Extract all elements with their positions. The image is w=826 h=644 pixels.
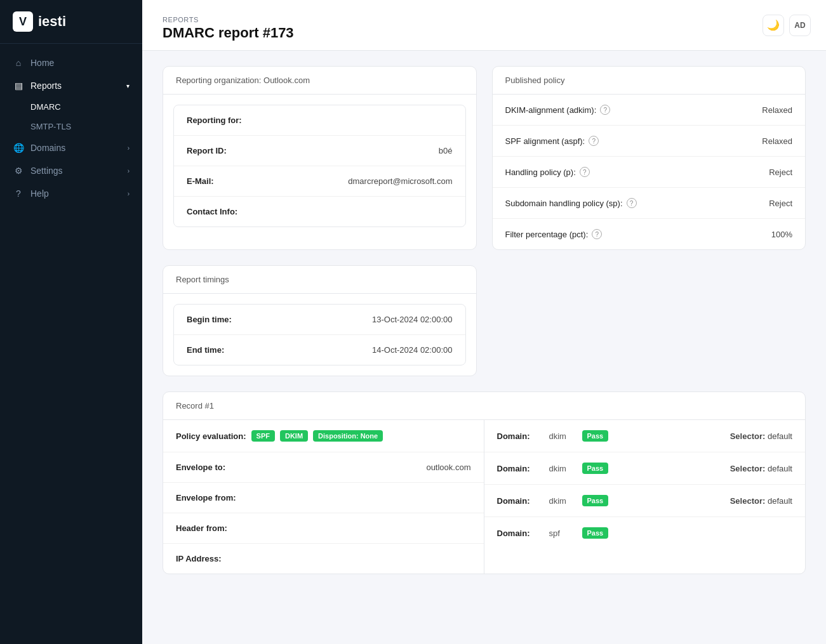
handling-policy-text: Handling policy (p):: [505, 168, 576, 177]
begin-time-value: 13-Oct-2024 02:00:00: [372, 315, 452, 324]
logo-icon: V: [13, 11, 33, 32]
page-title: DMARC report #173: [163, 25, 806, 50]
chevron-right-icon: ›: [128, 145, 130, 152]
subdomain-policy-value: Reject: [769, 199, 792, 208]
sidebar-item-domains-label: Domains: [30, 143, 65, 153]
reports-icon: ▤: [13, 81, 24, 91]
domain-row-3: Domain: spf Pass: [484, 517, 806, 549]
home-icon: ⌂: [13, 58, 24, 68]
sidebar-item-settings[interactable]: ⚙ Settings ›: [0, 159, 142, 182]
sidebar-nav: ⌂ Home ▤ Reports ▾ DMARC SMTP-TLS 🌐 Doma…: [0, 44, 142, 644]
report-timings-header: Report timings: [163, 266, 476, 294]
subdomain-help-icon[interactable]: ?: [627, 198, 637, 208]
domain-label-1: Domain:: [497, 464, 542, 473]
contact-row: Contact Info:: [174, 197, 465, 227]
sidebar-item-help[interactable]: ? Help ›: [0, 182, 142, 205]
theme-toggle-button[interactable]: 🌙: [763, 15, 784, 36]
reporting-org-header: Reporting organization: Outlook.com: [163, 67, 476, 95]
record-body: Policy evaluation: SPF DKIM Disposition:…: [163, 420, 805, 574]
end-time-row: End time: 14-Oct-2024 02:00:00: [174, 335, 465, 365]
filter-pct-value: 100%: [771, 230, 792, 239]
end-time-label: End time:: [187, 345, 224, 355]
sidebar-item-home-label: Home: [30, 58, 54, 68]
filter-pct-text: Filter percentage (pct):: [505, 230, 589, 239]
dkim-alignment-row: DKIM-alignment (adkim): ? Relaxed: [493, 95, 806, 126]
domain-label-2: Domain:: [497, 496, 542, 506]
domains-icon: 🌐: [13, 143, 24, 153]
filter-pct-row: Filter percentage (pct): ? 100%: [493, 219, 806, 249]
spf-help-icon[interactable]: ?: [589, 136, 599, 146]
report-id-label: Report ID:: [187, 146, 227, 155]
subdomain-policy-text: Subdomain handling policy (sp):: [505, 199, 623, 208]
policy-eval-row: Policy evaluation: SPF DKIM Disposition:…: [163, 420, 484, 452]
envelope-to-value: outlook.com: [426, 463, 470, 472]
main-content: 🌙 AD REPORTS DMARC report #173 Reporting…: [142, 0, 826, 644]
filter-pct-label: Filter percentage (pct): ?: [505, 229, 603, 239]
filter-help-icon[interactable]: ?: [592, 229, 602, 239]
sidebar-item-settings-label: Settings: [30, 166, 63, 176]
domain-type-3: spf: [549, 529, 575, 538]
domain-label-3: Domain:: [497, 529, 542, 538]
content-grid: Reporting organization: Outlook.com Repo…: [142, 51, 826, 589]
envelope-from-label: Envelope from:: [176, 493, 236, 503]
begin-time-label: Begin time:: [187, 315, 232, 324]
subdomain-policy-label: Subdomain handling policy (sp): ?: [505, 198, 637, 208]
help-icon: ?: [13, 188, 24, 199]
dkim-alignment-value: Relaxed: [762, 105, 792, 115]
sidebar-sub-dmarc[interactable]: DMARC: [0, 97, 142, 117]
reporting-org-card: Reporting organization: Outlook.com Repo…: [163, 66, 477, 250]
domain-row-0: Domain: dkim Pass Selector: default: [484, 420, 806, 452]
header-from-label: Header from:: [176, 523, 227, 533]
chevron-down-icon: ▾: [126, 82, 130, 89]
sidebar: V iesti ⌂ Home ▤ Reports ▾ DMARC SMTP-TL…: [0, 0, 142, 644]
ip-address-label: IP Address:: [176, 554, 222, 563]
chevron-right-help-icon: ›: [128, 190, 130, 197]
spf-alignment-row: SPF alignment (aspf): ? Relaxed: [493, 126, 806, 157]
domain-pass-badge-3: Pass: [582, 527, 609, 539]
dkim-alignment-label: DKIM-alignment (adkim): ?: [505, 105, 611, 115]
ip-address-row: IP Address:: [163, 544, 484, 574]
domain-selector-2: Selector: default: [730, 496, 792, 506]
domain-selector-0: Selector: default: [730, 431, 792, 441]
spf-badge: SPF: [251, 430, 275, 442]
end-time-value: 14-Oct-2024 02:00:00: [372, 345, 452, 355]
sidebar-item-home[interactable]: ⌂ Home: [0, 51, 142, 74]
reporting-info-inner: Reporting for: Report ID: b0é E-Mail: dm…: [173, 105, 466, 227]
record-left: Policy evaluation: SPF DKIM Disposition:…: [163, 420, 484, 574]
avatar-button[interactable]: AD: [789, 15, 811, 36]
sidebar-item-reports[interactable]: ▤ Reports ▾: [0, 74, 142, 97]
settings-icon: ⚙: [13, 166, 24, 176]
handling-policy-row: Handling policy (p): ? Reject: [493, 157, 806, 188]
handling-policy-value: Reject: [769, 168, 792, 177]
reporting-for-label: Reporting for:: [187, 115, 242, 125]
chevron-right-settings-icon: ›: [128, 168, 130, 174]
domain-pass-badge-2: Pass: [582, 495, 609, 506]
top-bar: 🌙 AD REPORTS DMARC report #173: [142, 0, 826, 51]
policy-eval-label: Policy evaluation:: [176, 431, 246, 441]
handling-help-icon[interactable]: ?: [580, 167, 590, 177]
handling-policy-label: Handling policy (p): ?: [505, 167, 590, 177]
email-value: dmarcreport@microsoft.com: [348, 176, 452, 186]
published-policy-body: DKIM-alignment (adkim): ? Relaxed SPF al…: [493, 95, 806, 249]
domain-selector-1: Selector: default: [730, 464, 792, 473]
published-policy-card: Published policy DKIM-alignment (adkim):…: [492, 66, 806, 250]
dkim-help-icon[interactable]: ?: [600, 105, 610, 115]
contact-label: Contact Info:: [187, 207, 237, 216]
dkim-badge: DKIM: [280, 430, 308, 442]
breadcrumb: REPORTS: [163, 16, 806, 23]
sidebar-sub-smtp-tls[interactable]: SMTP-TLS: [0, 117, 142, 136]
domain-label-0: Domain:: [497, 431, 542, 441]
domain-type-1: dkim: [549, 464, 575, 473]
domain-pass-badge-0: Pass: [582, 430, 609, 442]
envelope-from-row: Envelope from:: [163, 483, 484, 513]
record-right: Domain: dkim Pass Selector: default Doma…: [484, 420, 806, 574]
begin-time-row: Begin time: 13-Oct-2024 02:00:00: [174, 305, 465, 335]
top-bar-actions: 🌙 AD: [763, 15, 811, 36]
domain-pass-badge-1: Pass: [582, 463, 609, 474]
sidebar-item-domains[interactable]: 🌐 Domains ›: [0, 136, 142, 159]
envelope-to-label: Envelope to:: [176, 463, 225, 472]
report-id-row: Report ID: b0é: [174, 136, 465, 166]
header-from-row: Header from:: [163, 513, 484, 544]
sidebar-item-help-label: Help: [30, 188, 49, 199]
report-id-value: b0é: [439, 146, 453, 155]
